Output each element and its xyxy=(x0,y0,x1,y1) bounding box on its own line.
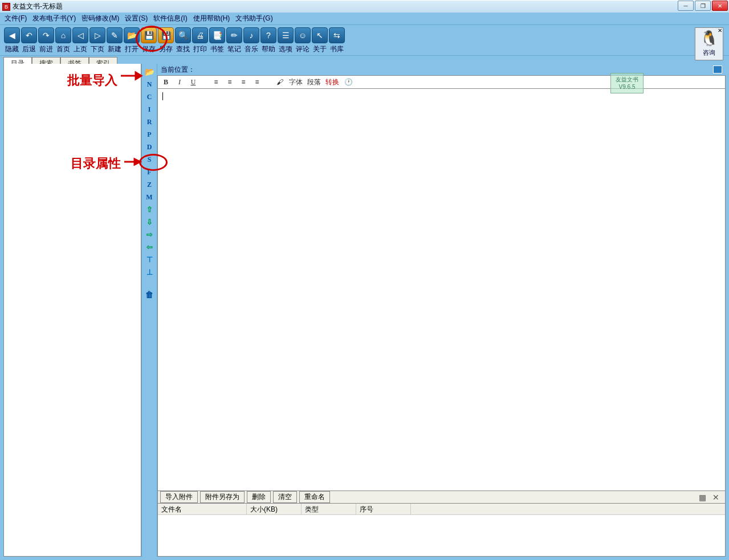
toolbar-icon: 📂 xyxy=(124,27,140,43)
toolbar-查找[interactable]: 🔍查找 xyxy=(174,27,192,54)
toolbar-上页[interactable]: ◁上页 xyxy=(72,27,89,54)
attach-header-文件名[interactable]: 文件名 xyxy=(158,504,247,514)
toolbar-打开[interactable]: 📂打开 xyxy=(123,27,140,54)
toolbar-帮助[interactable]: ?帮助 xyxy=(260,27,277,54)
attach-btn-3[interactable]: 清空 xyxy=(273,491,297,503)
vtool-N[interactable]: N xyxy=(143,79,156,90)
window-mode-icon[interactable] xyxy=(713,66,722,73)
menu-bar: 文件(F)发布电子书(Y)密码修改(M)设置(S)软件信息(I)使用帮助(H)文… xyxy=(0,13,729,25)
vtool-arrow[interactable]: ⇦ xyxy=(143,242,156,253)
attach-btn-2[interactable]: 删除 xyxy=(247,491,271,503)
clock-icon[interactable]: 🕐 xyxy=(344,77,353,87)
menu-item-6[interactable]: 文书助手(G) xyxy=(233,13,275,24)
vtool-arrow[interactable]: ⇧ xyxy=(143,204,156,215)
title-bar: B 友益文书-无标题 xyxy=(0,0,729,13)
vtool-arrow[interactable]: ⇨ xyxy=(143,229,156,240)
underline-button[interactable]: U xyxy=(189,77,198,87)
toolbar-打印[interactable]: 🖨打印 xyxy=(192,27,209,54)
vtool-D[interactable]: D xyxy=(143,141,156,153)
bold-button[interactable]: B xyxy=(161,77,170,87)
vtool-arrow[interactable]: ⇩ xyxy=(143,216,156,228)
toolbar-label: 书签 xyxy=(210,44,224,54)
brush-icon[interactable]: 🖌 xyxy=(275,77,284,87)
minimize-button[interactable]: ─ xyxy=(678,1,694,11)
toolbar-icon: 📑 xyxy=(209,27,225,43)
attach-btn-0[interactable]: 导入附件 xyxy=(160,491,198,503)
toolbar-icon: ⇆ xyxy=(329,27,345,43)
main-area: 📂 NCIRPDSFZM⇧⇩⇨⇦⊤⊥🗑 当前位置： B I U ≡ ≡ ≡ ≡ … xyxy=(3,64,726,557)
toolbar-关于[interactable]: ↖关于 xyxy=(311,27,328,54)
toolbar-笔记[interactable]: ✏笔记 xyxy=(226,27,243,54)
batch-import-button[interactable]: 📂 xyxy=(143,66,156,77)
trash-button[interactable]: 🗑 xyxy=(143,289,156,301)
close-icon[interactable]: ✕ xyxy=(718,27,722,34)
toolbar-另存[interactable]: 💾另存 xyxy=(157,27,174,54)
toolbar-隐藏[interactable]: ◀隐藏 xyxy=(3,27,21,54)
menu-item-1[interactable]: 发布电子书(Y) xyxy=(30,13,78,24)
align-center-button[interactable]: ≡ xyxy=(225,77,234,87)
vtool-F[interactable]: F xyxy=(143,166,156,178)
toolbar-评论[interactable]: ☺评论 xyxy=(294,27,311,54)
toolbar-icon: ↖ xyxy=(312,27,328,43)
toolbar-音乐[interactable]: ♪音乐 xyxy=(243,27,260,54)
vtool-move[interactable]: ⊤ xyxy=(143,254,156,265)
attach-header-大小(KB)[interactable]: 大小(KB) xyxy=(247,504,302,514)
font-button[interactable]: 字体 xyxy=(289,77,303,87)
toolbar-label: 打印 xyxy=(193,44,207,54)
italic-button[interactable]: I xyxy=(175,77,184,87)
toolbar-下页[interactable]: ▷下页 xyxy=(89,27,106,54)
main-toolbar: ◀隐藏↶后退↷前进⌂首页◁上页▷下页✎新建📂打开💾保存💾另存🔍查找🖨打印📑书签✏… xyxy=(0,25,729,56)
menu-item-3[interactable]: 设置(S) xyxy=(123,13,150,24)
toolbar-icon: 💾 xyxy=(158,27,174,43)
toolbar-icon: ♪ xyxy=(243,27,259,43)
vtool-I[interactable]: I xyxy=(143,104,156,115)
toolbar-label: 另存 xyxy=(159,44,173,54)
qq-consult-panel[interactable]: ✕ 🐧 咨询 xyxy=(695,27,723,60)
menu-item-4[interactable]: 软件信息(I) xyxy=(151,13,189,24)
align-left-button[interactable]: ≡ xyxy=(211,77,221,87)
toolbar-首页[interactable]: ⌂首页 xyxy=(55,27,72,54)
convert-button[interactable]: 转换 xyxy=(325,77,339,87)
toolbar-新建[interactable]: ✎新建 xyxy=(106,27,123,54)
maximize-button[interactable]: ❐ xyxy=(695,1,711,11)
toolbar-选项[interactable]: ☰选项 xyxy=(277,27,294,54)
toolbar-书签[interactable]: 📑书签 xyxy=(209,27,226,54)
toolbar-后退[interactable]: ↶后退 xyxy=(21,27,38,54)
directory-tree-panel[interactable] xyxy=(3,64,141,557)
toolbar-保存[interactable]: 💾保存 xyxy=(140,27,157,54)
editor-content-area[interactable] xyxy=(157,89,726,491)
toolbar-label: 笔记 xyxy=(227,44,241,54)
grid-icon[interactable]: ▦ xyxy=(699,493,709,502)
vtool-move[interactable]: ⊥ xyxy=(143,267,156,278)
attachment-list[interactable] xyxy=(158,515,725,556)
toolbar-label: 隐藏 xyxy=(5,44,19,54)
align-justify-button[interactable]: ≡ xyxy=(252,77,262,87)
toolbar-前进[interactable]: ↷前进 xyxy=(38,27,55,54)
vtool-Z[interactable]: Z xyxy=(143,179,156,190)
attachment-headers: 文件名大小(KB)类型序号 xyxy=(158,504,725,515)
close-button[interactable]: ✕ xyxy=(712,1,728,11)
attach-btn-4[interactable]: 重命名 xyxy=(299,491,330,503)
toolbar-label: 帮助 xyxy=(262,44,275,54)
align-right-button[interactable]: ≡ xyxy=(239,77,248,87)
toolbar-label: 上页 xyxy=(74,44,87,54)
toolbar-icon: 🖨 xyxy=(192,27,208,43)
toolbar-icon: ⌂ xyxy=(55,27,71,43)
menu-item-5[interactable]: 使用帮助(H) xyxy=(191,13,233,24)
vtool-P[interactable]: P xyxy=(143,129,156,140)
vtool-M[interactable]: M xyxy=(143,191,156,203)
menu-item-2[interactable]: 密码修改(M) xyxy=(79,13,121,24)
paragraph-button[interactable]: 段落 xyxy=(307,77,321,87)
vtool-S[interactable]: S xyxy=(143,154,156,165)
toolbar-label: 前进 xyxy=(39,44,53,54)
attach-btn-1[interactable]: 附件另存为 xyxy=(200,491,245,503)
toolbar-label: 新建 xyxy=(108,44,121,54)
attach-header-类型[interactable]: 类型 xyxy=(302,504,356,514)
menu-item-0[interactable]: 文件(F) xyxy=(2,13,29,24)
vtool-R[interactable]: R xyxy=(143,116,156,128)
vtool-C[interactable]: C xyxy=(143,91,156,103)
toolbar-书库[interactable]: ⇆书库 xyxy=(328,27,345,54)
close-panel-icon[interactable]: ✕ xyxy=(712,493,723,502)
attach-header-序号[interactable]: 序号 xyxy=(356,504,411,514)
toolbar-icon: ☰ xyxy=(278,27,294,43)
